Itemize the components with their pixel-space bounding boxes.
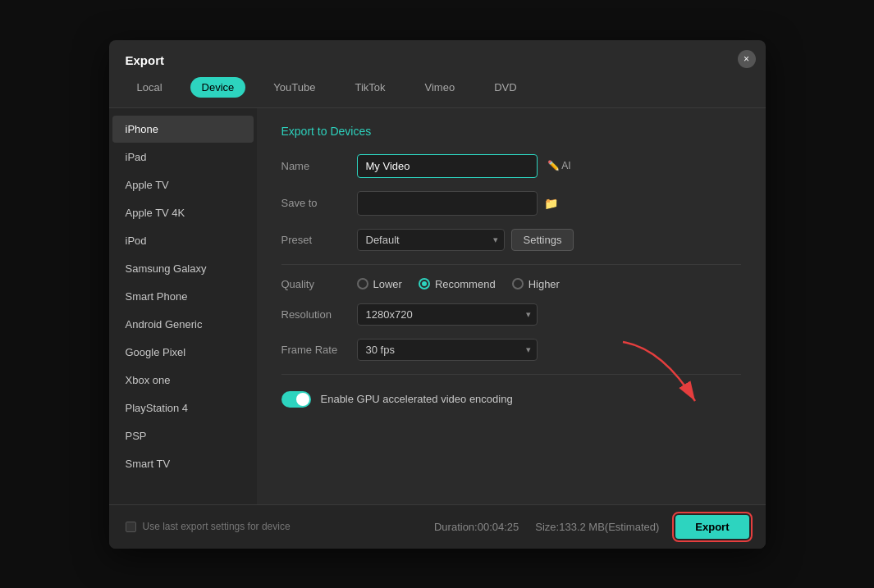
folder-icon[interactable]: 📁 xyxy=(544,197,558,210)
save-to-row: Save to 📁 xyxy=(281,191,741,216)
resolution-row: Resolution 1280x720 1920x1080 720x480 xyxy=(281,303,741,326)
tab-tiktok[interactable]: TikTok xyxy=(343,77,396,98)
device-item-appletv4k[interactable]: Apple TV 4K xyxy=(112,199,254,226)
tab-device[interactable]: Device xyxy=(190,77,246,98)
device-item-smartphone[interactable]: Smart Phone xyxy=(112,283,254,310)
ai-icon[interactable]: ✏️ AI xyxy=(547,160,571,171)
duration-label: Duration: xyxy=(434,521,478,533)
device-item-playstation4[interactable]: PlayStation 4 xyxy=(112,394,254,422)
footer-left: Use last export settings for device xyxy=(126,521,291,532)
save-to-input-group: 📁 xyxy=(357,191,558,216)
dialog-footer: Use last export settings for device Dura… xyxy=(109,504,766,549)
save-to-label: Save to xyxy=(281,197,347,209)
quality-option-recommend[interactable]: Recommend xyxy=(419,278,496,290)
device-item-appletv[interactable]: Apple TV xyxy=(112,171,254,198)
export-button[interactable]: Export xyxy=(675,515,748,539)
tab-bar: Local Device YouTube TikTok Vimeo DVD xyxy=(109,67,766,108)
duration-value: 00:04:25 xyxy=(478,521,519,533)
arrow-annotation xyxy=(281,416,741,481)
device-item-android[interactable]: Android Generic xyxy=(112,311,254,338)
frame-rate-select[interactable]: 30 fps 60 fps 24 fps xyxy=(357,339,538,361)
dialog-title: Export xyxy=(126,53,165,67)
quality-radio-recommend[interactable] xyxy=(419,278,430,289)
preset-label: Preset xyxy=(281,234,347,246)
frame-rate-select-wrapper: 30 fps 60 fps 24 fps xyxy=(357,339,538,361)
close-button[interactable]: × xyxy=(738,50,756,68)
dialog-body: iPhone iPad Apple TV Apple TV 4K iPod Sa… xyxy=(109,108,766,504)
quality-radio-higher[interactable] xyxy=(512,278,524,289)
last-settings-checkbox[interactable] xyxy=(126,522,136,532)
gpu-toggle[interactable] xyxy=(281,391,311,408)
preset-select[interactable]: Default High Quality Low Quality xyxy=(357,229,505,251)
size-text: Size:133.2 MB(Estimated) xyxy=(535,521,659,533)
device-item-googlepixel[interactable]: Google Pixel xyxy=(112,339,254,366)
divider-2 xyxy=(281,374,741,375)
dialog-header: Export × xyxy=(109,40,766,67)
resolution-select-wrapper: 1280x720 1920x1080 720x480 xyxy=(357,303,538,326)
footer-right: Duration:00:04:25 Size:133.2 MB(Estimate… xyxy=(434,515,749,539)
divider-1 xyxy=(281,264,741,265)
quality-label: Quality xyxy=(281,278,347,290)
tab-youtube[interactable]: YouTube xyxy=(262,77,327,98)
device-item-iphone[interactable]: iPhone xyxy=(112,116,254,143)
tab-local[interactable]: Local xyxy=(126,77,174,98)
quality-radio-lower[interactable] xyxy=(357,278,368,289)
device-item-ipod[interactable]: iPod xyxy=(112,227,254,254)
export-dialog: Export × Local Device YouTube TikTok Vim… xyxy=(109,40,766,549)
device-item-xboxone[interactable]: Xbox one xyxy=(112,367,254,394)
device-item-samsung[interactable]: Samsung Galaxy xyxy=(112,255,254,282)
size-label: Size: xyxy=(535,521,559,533)
name-row: Name ✏️ AI xyxy=(281,154,741,178)
gpu-toggle-label: Enable GPU accelerated video encoding xyxy=(321,393,513,405)
quality-option-lower[interactable]: Lower xyxy=(357,278,402,290)
device-item-psp[interactable]: PSP xyxy=(112,422,254,449)
quality-label-recommend: Recommend xyxy=(435,278,496,290)
quality-label-lower: Lower xyxy=(373,278,402,290)
quality-options: Lower Recommend Higher xyxy=(357,278,560,290)
frame-rate-row: Frame Rate 30 fps 60 fps 24 fps xyxy=(281,339,741,361)
save-path-input[interactable] xyxy=(357,191,538,216)
quality-label-higher: Higher xyxy=(529,278,560,290)
section-title: Export to Devices xyxy=(281,125,741,138)
tab-dvd[interactable]: DVD xyxy=(483,77,528,98)
gpu-toggle-row: Enable GPU accelerated video encoding xyxy=(281,391,741,408)
settings-button[interactable]: Settings xyxy=(511,229,574,251)
device-item-smarttv[interactable]: Smart TV xyxy=(112,450,254,477)
name-label: Name xyxy=(281,160,347,172)
quality-row: Quality Lower Recommend Higher xyxy=(281,278,741,290)
resolution-select[interactable]: 1280x720 1920x1080 720x480 xyxy=(357,303,538,326)
device-item-ipad[interactable]: iPad xyxy=(112,144,254,171)
size-value: 133.2 MB(Estimated) xyxy=(559,521,659,533)
modal-backdrop: Export × Local Device YouTube TikTok Vim… xyxy=(0,0,874,588)
preset-row: Preset Default High Quality Low Quality … xyxy=(281,229,741,251)
export-settings-panel: Export to Devices Name ✏️ AI Save to 📁 xyxy=(257,108,766,504)
preset-select-wrapper: Default High Quality Low Quality xyxy=(357,229,505,251)
duration-text: Duration:00:04:25 xyxy=(434,521,519,533)
preset-input-group: Default High Quality Low Quality Setting… xyxy=(357,229,574,251)
name-input[interactable] xyxy=(357,154,538,178)
quality-option-higher[interactable]: Higher xyxy=(512,278,560,290)
device-list: iPhone iPad Apple TV Apple TV 4K iPod Sa… xyxy=(109,108,257,504)
resolution-label: Resolution xyxy=(281,308,347,321)
last-settings-label: Use last export settings for device xyxy=(143,521,291,532)
tab-vimeo[interactable]: Vimeo xyxy=(414,77,467,98)
frame-rate-label: Frame Rate xyxy=(281,344,347,356)
